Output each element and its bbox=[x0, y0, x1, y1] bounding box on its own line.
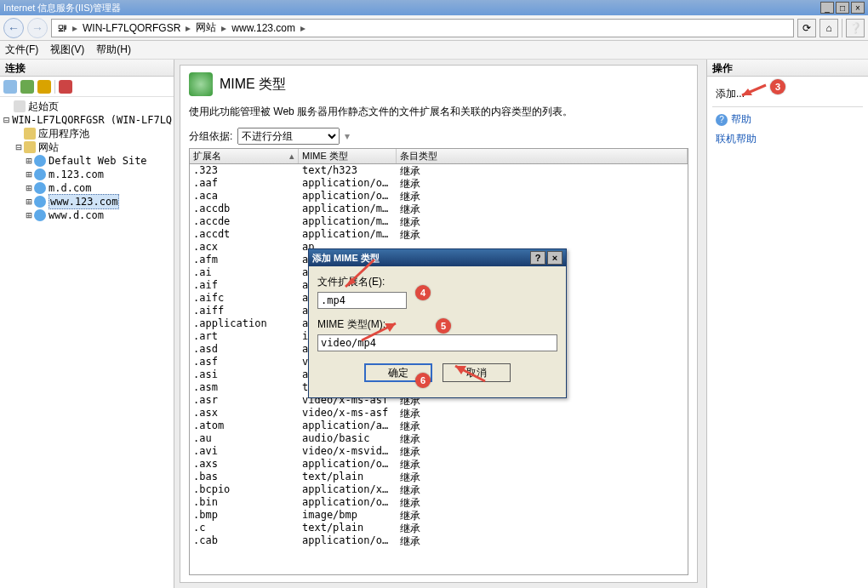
page-title: MIME 类型 bbox=[220, 76, 286, 94]
menu-view[interactable]: 视图(V) bbox=[50, 43, 84, 57]
tree-node-sites[interactable]: ⊟ 网站 bbox=[3, 140, 170, 154]
globe-icon bbox=[34, 182, 46, 194]
table-row[interactable]: .accdeapplication/msa...继承 bbox=[190, 215, 688, 228]
connections-header: 连接 bbox=[0, 60, 174, 77]
home-icon: ⌂ bbox=[825, 22, 831, 34]
cancel-button[interactable]: 取消 bbox=[443, 363, 511, 382]
chevron-right-icon: ▸ bbox=[220, 22, 228, 34]
menu-file[interactable]: 文件(F) bbox=[5, 43, 38, 57]
breadcrumb-server[interactable]: WIN-LF7LQORFGSR bbox=[81, 22, 182, 34]
tree-node-apppool[interactable]: 应用程序池 bbox=[3, 127, 170, 140]
folder-icon bbox=[24, 128, 36, 140]
chevron-right-icon: ▸ bbox=[71, 22, 79, 34]
table-row[interactable]: .avivideo/x-msvideo继承 bbox=[190, 445, 688, 458]
globe-icon bbox=[34, 209, 46, 221]
tree-node-server[interactable]: ⊟ WIN-LF7LQORFGSR (WIN-LF7LQ bbox=[3, 113, 170, 127]
menu-help[interactable]: 帮助(H) bbox=[96, 43, 131, 57]
help-icon: ? bbox=[716, 114, 728, 126]
refresh-button[interactable]: ⟳ bbox=[797, 19, 816, 37]
groupby-row: 分组依据: 不进行分组 ▾ bbox=[189, 128, 688, 145]
connections-toolbar bbox=[0, 77, 174, 97]
home-button[interactable]: ⌂ bbox=[819, 19, 838, 37]
table-row[interactable]: .cabapplication/oct...继承 bbox=[190, 534, 688, 547]
tree-node-site-wwwd[interactable]: ⊞ www.d.com bbox=[3, 208, 170, 222]
connections-tree[interactable]: 起始页 ⊟ WIN-LF7LQORFGSR (WIN-LF7LQ 应用程序池 ⊟… bbox=[0, 97, 174, 225]
globe-icon bbox=[34, 196, 46, 208]
table-row[interactable]: .auaudio/basic继承 bbox=[190, 432, 688, 445]
window-titlebar: Internet 信息服务(IIS)管理器 _ □ × bbox=[0, 0, 868, 15]
mime-icon bbox=[189, 72, 213, 96]
nav-back-button[interactable]: ← bbox=[3, 18, 24, 38]
address-bar: ← → 🖳 ▸ WIN-LF7LQORFGSR ▸ 网站 ▸ www.123.c… bbox=[0, 15, 868, 41]
dialog-titlebar[interactable]: 添加 MIME 类型 ? × bbox=[309, 249, 566, 266]
chevron-right-icon: ▸ bbox=[299, 22, 307, 34]
app-title: Internet 信息服务(IIS)管理器 bbox=[3, 2, 121, 14]
window-close-button[interactable]: × bbox=[851, 2, 865, 14]
table-row[interactable]: .aafapplication/oct...继承 bbox=[190, 177, 688, 190]
dialog-help-button[interactable]: ? bbox=[530, 251, 545, 265]
sort-asc-icon: ▴ bbox=[289, 151, 294, 162]
action-online-help[interactable]: 联机帮助 bbox=[716, 132, 859, 146]
annotation-6: 6 bbox=[415, 373, 431, 388]
window-maximize-button[interactable]: □ bbox=[836, 2, 849, 14]
refresh-icon: ⟳ bbox=[802, 22, 811, 34]
table-row[interactable]: .axsapplication/ole...继承 bbox=[190, 458, 688, 471]
actions-header: 操作 bbox=[707, 60, 868, 77]
table-row[interactable]: .accdtapplication/msa...继承 bbox=[190, 228, 688, 241]
page-icon bbox=[14, 100, 26, 112]
annotation-5: 5 bbox=[436, 318, 451, 334]
tree-node-site-default[interactable]: ⊞ Default Web Site bbox=[3, 154, 170, 168]
table-row[interactable]: .bcpioapplication/x-b...继承 bbox=[190, 483, 688, 496]
stop-icon[interactable] bbox=[59, 80, 72, 94]
table-row[interactable]: .bastext/plain继承 bbox=[190, 471, 688, 483]
table-row[interactable]: .asxvideo/x-ms-asf继承 bbox=[190, 407, 688, 420]
col-mime[interactable]: MIME 类型 bbox=[299, 149, 397, 163]
globe-icon bbox=[34, 168, 46, 180]
ext-label: 文件扩展名(E): bbox=[317, 275, 557, 289]
tree-node-site-md[interactable]: ⊞ m.d.com bbox=[3, 181, 170, 195]
connect-icon[interactable] bbox=[3, 80, 17, 94]
help-button[interactable]: ❔ bbox=[846, 19, 865, 37]
mime-input[interactable] bbox=[317, 334, 557, 351]
actions-panel: 操作 添加... ? 帮助 联机帮助 bbox=[706, 60, 868, 588]
ext-input[interactable] bbox=[317, 292, 407, 309]
save-icon[interactable] bbox=[20, 80, 34, 94]
table-row[interactable]: .accdbapplication/msa...继承 bbox=[190, 203, 688, 215]
grid-header[interactable]: 扩展名 ▴ MIME 类型 条目类型 bbox=[190, 149, 688, 164]
server-icon: 🖳 bbox=[55, 22, 69, 34]
window-minimize-button[interactable]: _ bbox=[820, 2, 834, 14]
connections-panel: 连接 起始页 ⊟ WIN-LF7LQORFGSR (WIN-LF7LQ 应用 bbox=[0, 60, 174, 588]
groupby-label: 分组依据: bbox=[189, 129, 232, 144]
dialog-close-button[interactable]: × bbox=[547, 251, 562, 265]
col-ext: 扩展名 ▴ bbox=[190, 149, 299, 163]
tree-node-start[interactable]: 起始页 bbox=[3, 100, 170, 113]
help-icon: ❔ bbox=[849, 22, 862, 34]
folder-icon bbox=[24, 141, 36, 153]
table-row[interactable]: .323text/h323继承 bbox=[190, 164, 688, 177]
nav-forward-button[interactable]: → bbox=[27, 18, 48, 38]
action-help[interactable]: ? 帮助 bbox=[716, 112, 859, 127]
breadcrumb-sites[interactable]: 网站 bbox=[194, 20, 218, 35]
breadcrumb-site[interactable]: www.123.com bbox=[230, 22, 297, 34]
chevron-right-icon: ▸ bbox=[184, 22, 192, 34]
page-description: 使用此功能管理被 Web 服务器用作静态文件的文件扩展名和关联的内容类型的列表。 bbox=[189, 105, 688, 119]
table-row[interactable]: .binapplication/oct...继承 bbox=[190, 496, 688, 509]
explore-icon[interactable] bbox=[37, 80, 51, 94]
col-entry[interactable]: 条目类型 bbox=[397, 149, 688, 163]
annotation-4: 4 bbox=[415, 285, 431, 300]
tree-node-site-www123[interactable]: ⊞ www.123.com bbox=[3, 195, 170, 208]
menu-bar: 文件(F) 视图(V) 帮助(H) bbox=[0, 41, 868, 60]
globe-icon bbox=[34, 155, 46, 167]
tree-node-site-m123[interactable]: ⊞ m.123.com bbox=[3, 168, 170, 181]
groupby-select[interactable]: 不进行分组 bbox=[237, 128, 340, 145]
page-title-row: MIME 类型 bbox=[189, 72, 688, 96]
actions-content: 添加... ? 帮助 联机帮助 bbox=[707, 77, 868, 157]
annotation-3: 3 bbox=[770, 79, 785, 94]
table-row[interactable]: .bmpimage/bmp继承 bbox=[190, 509, 688, 522]
breadcrumb[interactable]: 🖳 ▸ WIN-LF7LQORFGSR ▸ 网站 ▸ www.123.com ▸ bbox=[51, 19, 794, 37]
table-row[interactable]: .acaapplication/oct...继承 bbox=[190, 190, 688, 203]
table-row[interactable]: .ctext/plain继承 bbox=[190, 522, 688, 534]
action-add[interactable]: 添加... bbox=[716, 87, 859, 101]
dialog-title: 添加 MIME 类型 bbox=[312, 252, 380, 265]
table-row[interactable]: .atomapplication/ato...继承 bbox=[190, 420, 688, 432]
